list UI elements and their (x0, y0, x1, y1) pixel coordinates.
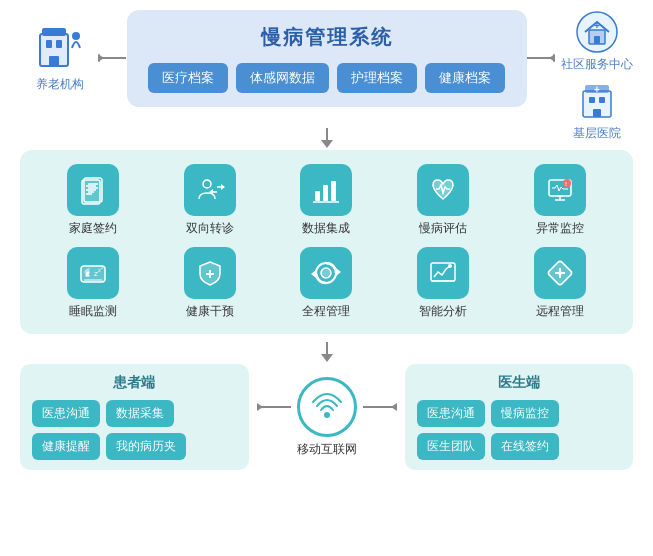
svg-marker-72 (257, 403, 263, 411)
heart-monitor-icon (428, 175, 458, 205)
smart-analysis-icon-box (417, 247, 469, 299)
patient-btn-1[interactable]: 数据采集 (106, 400, 174, 427)
svg-rect-21 (593, 109, 601, 117)
feature-abnormal-monitoring: ! 异常监控 (506, 164, 613, 237)
doctor-title: 医生端 (417, 374, 622, 392)
tab-medical: 医疗档案 (148, 63, 228, 93)
abnormal-monitoring-icon-box: ! (534, 164, 586, 216)
svg-rect-3 (56, 40, 62, 48)
person-arrow-icon (195, 175, 225, 205)
feature-label-8: 智能分析 (419, 303, 467, 320)
svg-rect-5 (42, 28, 66, 36)
svg-point-61 (448, 264, 452, 268)
svg-marker-25 (321, 140, 333, 148)
arrow-mobile-to-doctor (361, 399, 397, 415)
feature-family-contract: 家庭签约 (40, 164, 147, 237)
middle-section: 家庭签约 双向转诊 (20, 150, 633, 334)
doctor-btn-2[interactable]: 医生团队 (417, 433, 485, 460)
shield-plus-icon (195, 258, 225, 288)
svg-rect-2 (46, 40, 52, 48)
doctor-btn-3[interactable]: 在线签约 (491, 433, 559, 460)
svg-rect-39 (315, 191, 320, 201)
feature-label-3: 慢病评估 (419, 220, 467, 237)
mobile-wifi-icon (297, 377, 357, 437)
right-orgs: + 社区服务中心 + 基层医院 (561, 10, 633, 142)
sleep-icon: z z z (78, 258, 108, 288)
two-way-referral-icon-box (184, 164, 236, 216)
doctor-box: 医生端 医患沟通 慢病监控 医生团队 在线签约 (405, 364, 634, 470)
doc-icon (78, 175, 108, 205)
hospital-icon: + (575, 79, 619, 123)
bottom-section: 患者端 医患沟通 数据采集 健康提醒 我的病历夹 (20, 364, 633, 470)
feature-data-integration: 数据集成 (273, 164, 380, 237)
left-org: 养老机构 (20, 20, 100, 93)
tab-list: 医疗档案 体感网数据 护理档案 健康档案 (148, 63, 505, 93)
monitor-alert-icon: ! (545, 175, 575, 205)
feature-label-4: 异常监控 (536, 220, 584, 237)
arrow-center-to-right (525, 50, 555, 70)
sleep-monitoring-icon-box: z z z (67, 247, 119, 299)
svg-text:+: + (594, 20, 600, 31)
svg-rect-30 (82, 180, 100, 204)
mobile-internet-section: 移动互联网 (257, 377, 397, 458)
svg-marker-75 (391, 403, 397, 411)
tab-nursing: 护理档案 (337, 63, 417, 93)
feature-label-5: 睡眠监测 (69, 303, 117, 320)
patient-box: 患者端 医患沟通 数据采集 健康提醒 我的病历夹 (20, 364, 249, 470)
patient-title: 患者端 (32, 374, 237, 392)
remote-management-icon-box (534, 247, 586, 299)
mobile-label: 移动互联网 (282, 441, 372, 458)
patient-btn-3[interactable]: 我的病历夹 (106, 433, 186, 460)
arrow-left-to-center (98, 50, 128, 70)
svg-marker-59 (311, 270, 316, 278)
feature-sleep-monitoring: z z z 睡眠监测 (40, 247, 147, 320)
svg-marker-12 (553, 54, 555, 62)
feature-label-7: 全程管理 (302, 303, 350, 320)
feature-label-0: 家庭签约 (69, 220, 117, 237)
svg-marker-58 (336, 268, 341, 276)
svg-text:+: + (594, 84, 600, 95)
system-title: 慢病管理系统 (261, 24, 393, 51)
feature-two-way-referral: 双向转诊 (157, 164, 264, 237)
feature-chronic-assessment: 慢病评估 (390, 164, 497, 237)
analysis-icon (428, 258, 458, 288)
svg-rect-19 (589, 97, 595, 103)
community-label: 社区服务中心 (561, 56, 633, 73)
arrow-middle-to-bottom (10, 342, 643, 362)
feature-label-6: 健康干预 (186, 303, 234, 320)
full-management-icon-box (300, 247, 352, 299)
patient-buttons: 医患沟通 数据采集 健康提醒 我的病历夹 (32, 400, 237, 460)
svg-rect-16 (594, 36, 600, 44)
community-center: + 社区服务中心 (561, 10, 633, 73)
cycle-icon (311, 258, 341, 288)
feature-smart-analysis: 智能分析 (390, 247, 497, 320)
svg-marker-70 (321, 354, 333, 362)
tab-health: 健康档案 (425, 63, 505, 93)
bar-chart-icon (311, 175, 341, 205)
feature-remote-management: 远程管理 (506, 247, 613, 320)
doctor-btn-0[interactable]: 医患沟通 (417, 400, 485, 427)
svg-text:!: ! (565, 181, 567, 187)
svg-rect-41 (331, 181, 336, 201)
community-icon: + (575, 10, 619, 54)
svg-marker-9 (98, 54, 104, 62)
top-section: 养老机构 慢病管理系统 医疗档案 体感网数据 护理档案 健康档案 (10, 10, 643, 120)
feature-health-intervention: 健康干预 (157, 247, 264, 320)
patient-btn-0[interactable]: 医患沟通 (32, 400, 100, 427)
svg-point-34 (203, 180, 211, 188)
main-container: 养老机构 慢病管理系统 医疗档案 体感网数据 护理档案 健康档案 (0, 0, 653, 556)
svg-rect-20 (599, 97, 605, 103)
wifi-icon (309, 389, 345, 425)
tab-biosensor: 体感网数据 (236, 63, 329, 93)
left-org-label: 养老机构 (36, 76, 84, 93)
remote-icon (545, 258, 575, 288)
svg-point-73 (324, 412, 330, 418)
doctor-btn-1[interactable]: 慢病监控 (491, 400, 559, 427)
mobile-arrows-row (257, 377, 397, 437)
feature-label-2: 数据集成 (302, 220, 350, 237)
hospital-label: 基层医院 (573, 125, 621, 142)
patient-btn-2[interactable]: 健康提醒 (32, 433, 100, 460)
feature-label-9: 远程管理 (536, 303, 584, 320)
family-contract-icon-box (67, 164, 119, 216)
svg-rect-40 (323, 185, 328, 201)
